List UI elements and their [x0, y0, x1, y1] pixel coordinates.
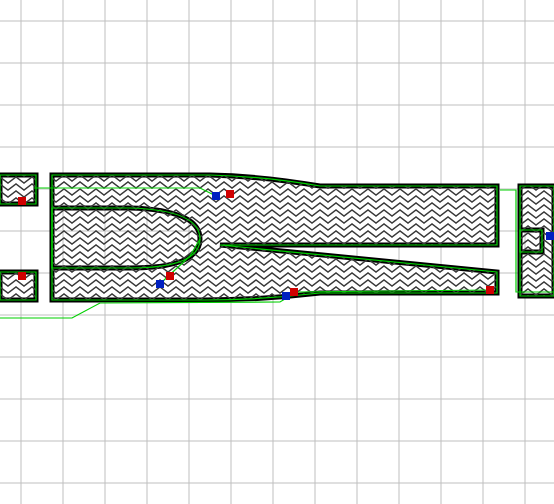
- svg-rect-36: [290, 288, 298, 296]
- svg-rect-38: [546, 232, 554, 240]
- seam-start-marker: [290, 288, 298, 296]
- svg-rect-30: [212, 192, 220, 200]
- seam-end-marker: [212, 192, 220, 200]
- svg-rect-34: [18, 272, 26, 280]
- seam-start-marker: [18, 197, 26, 205]
- seam-start-marker: [226, 190, 234, 198]
- svg-rect-31: [226, 190, 234, 198]
- seam-end-marker: [282, 292, 290, 300]
- svg-rect-29: [18, 197, 26, 205]
- seam-start-marker: [18, 272, 26, 280]
- svg-rect-35: [282, 292, 290, 300]
- seam-end-marker: [546, 232, 554, 240]
- preview-svg: [0, 0, 554, 504]
- svg-rect-37: [486, 286, 494, 294]
- seam-start-marker: [486, 286, 494, 294]
- seam-end-marker: [156, 280, 164, 288]
- svg-rect-32: [166, 272, 174, 280]
- seam-start-marker: [166, 272, 174, 280]
- svg-rect-33: [156, 280, 164, 288]
- slicer-preview-canvas[interactable]: [0, 0, 554, 504]
